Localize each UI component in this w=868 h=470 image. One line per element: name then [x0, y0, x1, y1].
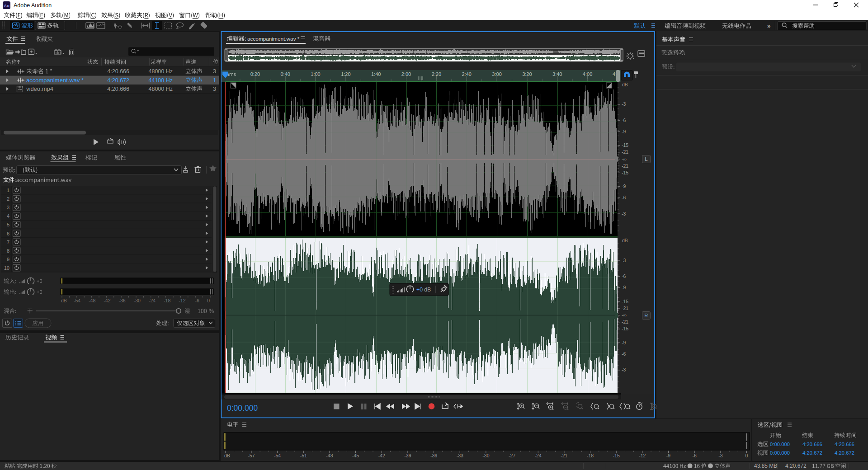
svg-text:-∞: -∞ [622, 312, 627, 318]
svg-text:»: » [767, 23, 771, 29]
svg-text:dB: dB [622, 82, 628, 87]
svg-text:-18: -18 [164, 298, 170, 303]
svg-text:-15: -15 [622, 326, 628, 331]
svg-text:4:20.666: 4:20.666 [107, 68, 129, 75]
svg-text:-45: -45 [352, 453, 359, 458]
svg-text:-21: -21 [622, 319, 628, 324]
svg-text:-9: -9 [666, 453, 670, 458]
svg-text:48000 Hz: 48000 Hz [148, 86, 173, 92]
svg-text:-48: -48 [89, 298, 95, 303]
svg-text:3:00: 3:00 [492, 71, 501, 77]
svg-text:-6: -6 [622, 195, 626, 200]
svg-text:-12: -12 [639, 453, 646, 458]
svg-text:3:20: 3:20 [522, 71, 532, 77]
svg-text:0:00.000: 0:00.000 [770, 442, 790, 447]
svg-text:-18: -18 [587, 453, 594, 458]
svg-text:-42: -42 [104, 298, 110, 303]
svg-text:-54: -54 [74, 298, 80, 303]
svg-text:0:40: 0:40 [280, 71, 290, 77]
svg-text:4:00: 4:00 [583, 71, 592, 77]
svg-text:-9: -9 [622, 129, 626, 134]
svg-text:1: 1 [213, 77, 216, 84]
svg-text:accompaniment.wav *: accompaniment.wav * [26, 77, 84, 84]
svg-text:-27: -27 [509, 453, 515, 458]
svg-text:dB: dB [424, 287, 431, 293]
svg-text:6: 6 [7, 231, 9, 236]
svg-text:dB: dB [61, 298, 67, 303]
svg-text:-36: -36 [430, 453, 437, 458]
svg-text:44100 Hz: 44100 Hz [148, 77, 173, 84]
svg-text:4: 4 [7, 213, 9, 219]
svg-text:-3: -3 [622, 211, 626, 216]
svg-text:-21: -21 [622, 149, 628, 155]
svg-text:2:40: 2:40 [462, 71, 472, 77]
svg-text:4:20.672: 4:20.672 [802, 450, 822, 456]
svg-text:Au: Au [4, 3, 9, 8]
svg-text:-24: -24 [535, 453, 542, 458]
svg-text:-30: -30 [482, 453, 489, 458]
svg-text:4:20.672: 4:20.672 [107, 77, 129, 84]
svg-text:-6: -6 [693, 453, 697, 458]
svg-text:-21: -21 [622, 163, 628, 169]
svg-text:-36: -36 [119, 298, 126, 303]
svg-text:7: 7 [7, 240, 9, 245]
svg-text:48000 Hz: 48000 Hz [148, 68, 173, 75]
svg-text:-21: -21 [622, 306, 628, 311]
svg-text:0: 0 [745, 453, 748, 458]
svg-text:0:20: 0:20 [250, 71, 260, 77]
svg-text:2:20: 2:20 [432, 71, 441, 77]
svg-text:-24: -24 [149, 298, 156, 303]
svg-text:-39: -39 [404, 453, 411, 458]
svg-text:-3: -3 [622, 367, 626, 372]
svg-text:-3: -3 [622, 258, 626, 263]
svg-text:dB: dB [622, 238, 628, 243]
svg-text:2: 2 [7, 196, 9, 202]
svg-text:0:00.000: 0:00.000 [770, 450, 790, 456]
svg-text:-15: -15 [613, 453, 620, 458]
svg-text:-33: -33 [457, 453, 463, 458]
svg-text:-30: -30 [134, 298, 141, 303]
svg-text:-3: -3 [622, 101, 626, 107]
svg-text:-9: -9 [622, 183, 626, 189]
svg-text:-9: -9 [622, 340, 626, 345]
svg-text:4:20.666: 4:20.666 [107, 86, 129, 92]
svg-text:-3: -3 [718, 453, 722, 458]
svg-text:-∞: -∞ [622, 156, 627, 162]
svg-text:-48: -48 [326, 453, 333, 458]
svg-text:8: 8 [7, 248, 9, 254]
svg-text:10: 10 [4, 265, 9, 271]
svg-text:-54: -54 [274, 453, 281, 458]
svg-text:accompaniment.wav *: accompaniment.wav * [247, 36, 300, 42]
svg-text:4:20.672: 4:20.672 [835, 450, 854, 456]
svg-text:1:40: 1:40 [371, 71, 381, 77]
svg-text:-15: -15 [622, 170, 628, 175]
svg-text:video.mp4: video.mp4 [26, 85, 53, 92]
svg-text:-15: -15 [622, 142, 628, 148]
svg-text:-6: -6 [622, 118, 626, 123]
svg-text:1:00: 1:00 [311, 71, 320, 77]
svg-text:3: 3 [213, 68, 216, 75]
svg-text:5: 5 [7, 222, 9, 227]
svg-text:-9: -9 [622, 285, 626, 290]
svg-text:3: 3 [213, 86, 216, 92]
svg-text:4:20.666: 4:20.666 [802, 442, 822, 447]
svg-text:dB: dB [224, 453, 230, 458]
svg-text:Adobe Audition: Adobe Audition [14, 2, 52, 9]
svg-text:-51: -51 [300, 453, 307, 458]
svg-text:3:40: 3:40 [552, 71, 562, 77]
svg-text:1:20: 1:20 [341, 71, 350, 77]
svg-text:-42: -42 [378, 453, 385, 458]
svg-text:4:20.672: 4:20.672 [785, 463, 807, 469]
svg-text:0: 0 [207, 298, 210, 303]
svg-text:1: 1 [7, 188, 9, 193]
svg-text:2:00: 2:00 [401, 71, 411, 77]
svg-text:4:20.666: 4:20.666 [835, 442, 854, 447]
svg-text:-6: -6 [622, 273, 626, 279]
svg-text:+0: +0 [416, 287, 423, 293]
svg-text:-15: -15 [622, 299, 628, 304]
svg-text:-6: -6 [195, 298, 199, 303]
svg-text:-57: -57 [248, 453, 255, 458]
svg-text:9: 9 [7, 257, 9, 262]
svg-text:L: L [645, 156, 647, 162]
svg-text:-21: -21 [561, 453, 567, 458]
